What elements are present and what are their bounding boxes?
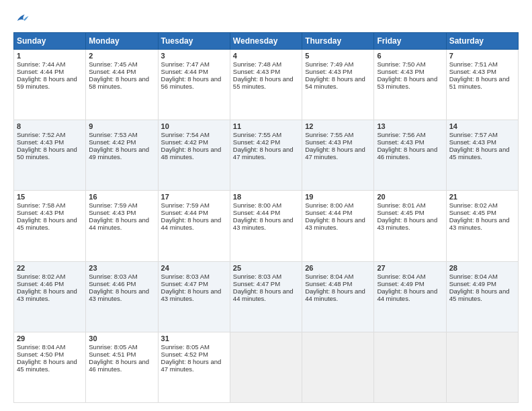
sunset: Sunset: 4:44 PM xyxy=(305,209,352,216)
sunset: Sunset: 4:44 PM xyxy=(161,68,208,75)
sunset: Sunset: 4:43 PM xyxy=(449,138,496,146)
page: SundayMondayTuesdayWednesdayThursdayFrid… xyxy=(0,0,532,411)
day-number: 19 xyxy=(305,193,371,201)
sunrise: Sunrise: 7:48 AM xyxy=(233,60,281,68)
day-number: 1 xyxy=(17,52,83,60)
sunset: Sunset: 4:43 PM xyxy=(305,138,352,146)
day-cell: 31Sunrise: 8:05 AMSunset: 4:52 PMDayligh… xyxy=(158,332,230,402)
sunrise: Sunrise: 7:51 AM xyxy=(449,60,498,68)
week-row-1: 1Sunrise: 7:44 AMSunset: 4:44 PMDaylight… xyxy=(14,50,519,120)
daylight: Daylight: 8 hours and 54 minutes. xyxy=(305,75,365,90)
daylight: Daylight: 8 hours and 44 minutes. xyxy=(233,287,294,302)
header-row: SundayMondayTuesdayWednesdayThursdayFrid… xyxy=(14,33,519,50)
sunrise: Sunrise: 7:45 AM xyxy=(89,60,137,68)
day-cell: 6Sunrise: 7:50 AMSunset: 4:43 PMDaylight… xyxy=(374,50,446,120)
header xyxy=(13,11,519,26)
daylight: Daylight: 8 hours and 43 minutes. xyxy=(17,287,77,302)
daylight: Daylight: 8 hours and 43 minutes. xyxy=(89,287,149,302)
daylight: Daylight: 8 hours and 44 minutes. xyxy=(89,216,149,231)
sunset: Sunset: 4:42 PM xyxy=(89,138,136,146)
sunrise: Sunrise: 7:59 AM xyxy=(89,201,137,209)
sunset: Sunset: 4:43 PM xyxy=(377,138,424,146)
daylight: Daylight: 8 hours and 51 minutes. xyxy=(449,75,510,90)
week-row-4: 22Sunrise: 8:02 AMSunset: 4:46 PMDayligh… xyxy=(14,261,519,332)
sunrise: Sunrise: 7:53 AM xyxy=(89,131,137,138)
day-number: 17 xyxy=(161,193,227,201)
sunset: Sunset: 4:45 PM xyxy=(449,209,496,216)
daylight: Daylight: 8 hours and 43 minutes. xyxy=(305,216,365,231)
logo-bird-icon xyxy=(15,11,30,26)
daylight: Daylight: 8 hours and 50 minutes. xyxy=(17,146,77,161)
day-cell: 25Sunrise: 8:03 AMSunset: 4:47 PMDayligh… xyxy=(230,261,302,332)
day-number: 2 xyxy=(89,52,154,60)
day-cell: 4Sunrise: 7:48 AMSunset: 4:43 PMDaylight… xyxy=(230,50,302,120)
sunrise: Sunrise: 8:04 AM xyxy=(449,273,498,280)
day-cell: 3Sunrise: 7:47 AMSunset: 4:44 PMDaylight… xyxy=(158,50,230,120)
day-number: 9 xyxy=(89,122,154,130)
daylight: Daylight: 8 hours and 44 minutes. xyxy=(161,216,222,231)
day-cell: 7Sunrise: 7:51 AMSunset: 4:43 PMDaylight… xyxy=(446,50,518,120)
day-number: 24 xyxy=(161,264,227,272)
sunset: Sunset: 4:46 PM xyxy=(17,280,64,287)
day-number: 16 xyxy=(89,193,154,201)
sunrise: Sunrise: 8:04 AM xyxy=(17,343,65,351)
sunset: Sunset: 4:43 PM xyxy=(449,68,496,75)
sunset: Sunset: 4:49 PM xyxy=(377,280,424,287)
sunrise: Sunrise: 8:02 AM xyxy=(17,273,65,280)
day-number: 14 xyxy=(449,122,515,130)
sunset: Sunset: 4:50 PM xyxy=(17,351,64,358)
day-number: 22 xyxy=(17,264,83,272)
day-number: 8 xyxy=(17,122,83,130)
day-cell: 27Sunrise: 8:04 AMSunset: 4:49 PMDayligh… xyxy=(374,261,446,332)
day-cell: 14Sunrise: 7:57 AMSunset: 4:43 PMDayligh… xyxy=(446,120,518,191)
sunrise: Sunrise: 8:01 AM xyxy=(377,201,425,209)
day-number: 5 xyxy=(305,52,371,60)
sunrise: Sunrise: 7:56 AM xyxy=(377,131,425,138)
day-number: 31 xyxy=(161,334,227,342)
day-number: 26 xyxy=(305,264,371,272)
day-cell xyxy=(230,332,302,402)
sunrise: Sunrise: 8:05 AM xyxy=(89,343,137,351)
sunrise: Sunrise: 8:03 AM xyxy=(89,273,137,280)
day-cell xyxy=(302,332,374,402)
daylight: Daylight: 8 hours and 46 minutes. xyxy=(89,358,149,373)
day-cell: 9Sunrise: 7:53 AMSunset: 4:42 PMDaylight… xyxy=(86,120,158,191)
sunset: Sunset: 4:52 PM xyxy=(161,351,208,358)
day-cell: 8Sunrise: 7:52 AMSunset: 4:43 PMDaylight… xyxy=(14,120,86,191)
sunrise: Sunrise: 7:55 AM xyxy=(233,131,281,138)
sunrise: Sunrise: 8:00 AM xyxy=(305,201,353,209)
day-header-thursday: Thursday xyxy=(302,33,374,50)
day-header-monday: Monday xyxy=(86,33,158,50)
sunset: Sunset: 4:43 PM xyxy=(305,68,352,75)
sunrise: Sunrise: 8:05 AM xyxy=(161,343,210,351)
daylight: Daylight: 8 hours and 58 minutes. xyxy=(89,75,149,90)
day-cell: 17Sunrise: 7:59 AMSunset: 4:44 PMDayligh… xyxy=(158,191,230,261)
logo xyxy=(13,11,30,26)
day-number: 27 xyxy=(377,264,443,272)
day-number: 12 xyxy=(305,122,371,130)
sunset: Sunset: 4:44 PM xyxy=(233,209,280,216)
day-number: 21 xyxy=(449,193,515,201)
day-header-wednesday: Wednesday xyxy=(230,33,302,50)
sunset: Sunset: 4:51 PM xyxy=(89,351,136,358)
sunset: Sunset: 4:49 PM xyxy=(449,280,496,287)
day-cell: 2Sunrise: 7:45 AMSunset: 4:44 PMDaylight… xyxy=(86,50,158,120)
day-cell: 12Sunrise: 7:55 AMSunset: 4:43 PMDayligh… xyxy=(302,120,374,191)
daylight: Daylight: 8 hours and 47 minutes. xyxy=(233,146,294,161)
day-number: 18 xyxy=(233,193,299,201)
day-cell: 30Sunrise: 8:05 AMSunset: 4:51 PMDayligh… xyxy=(86,332,158,402)
day-number: 15 xyxy=(17,193,83,201)
day-cell: 20Sunrise: 8:01 AMSunset: 4:45 PMDayligh… xyxy=(374,191,446,261)
sunset: Sunset: 4:43 PM xyxy=(233,68,280,75)
day-cell: 10Sunrise: 7:54 AMSunset: 4:42 PMDayligh… xyxy=(158,120,230,191)
day-cell: 21Sunrise: 8:02 AMSunset: 4:45 PMDayligh… xyxy=(446,191,518,261)
sunrise: Sunrise: 7:59 AM xyxy=(161,201,210,209)
sunset: Sunset: 4:43 PM xyxy=(89,209,136,216)
sunset: Sunset: 4:43 PM xyxy=(17,209,64,216)
sunrise: Sunrise: 8:03 AM xyxy=(161,273,210,280)
daylight: Daylight: 8 hours and 55 minutes. xyxy=(233,75,294,90)
daylight: Daylight: 8 hours and 43 minutes. xyxy=(449,216,510,231)
sunrise: Sunrise: 7:52 AM xyxy=(17,131,65,138)
day-cell: 23Sunrise: 8:03 AMSunset: 4:46 PMDayligh… xyxy=(86,261,158,332)
sunrise: Sunrise: 7:47 AM xyxy=(161,60,210,68)
